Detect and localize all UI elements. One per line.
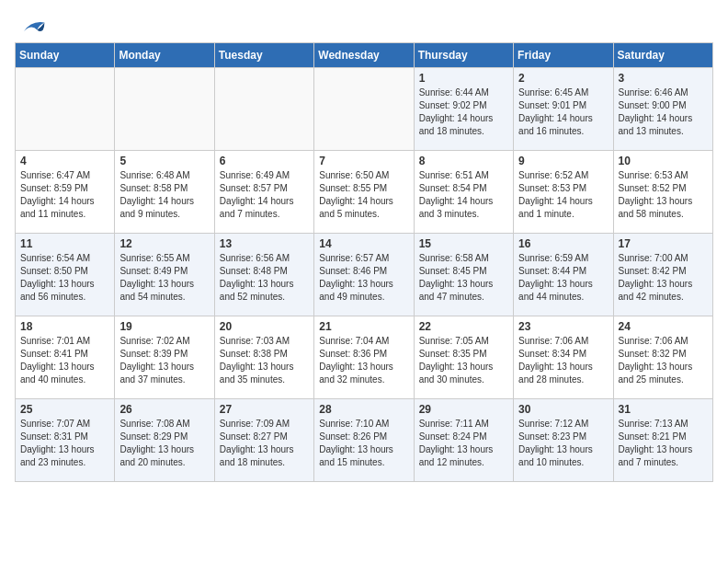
calendar-week-row: 4Sunrise: 6:47 AM Sunset: 8:59 PM Daylig… bbox=[16, 151, 713, 234]
cell-content: Sunrise: 6:47 AM Sunset: 8:59 PM Dayligh… bbox=[20, 169, 109, 221]
cell-content: Sunrise: 7:07 AM Sunset: 8:31 PM Dayligh… bbox=[20, 418, 109, 469]
cell-content: Sunrise: 7:08 AM Sunset: 8:29 PM Dayligh… bbox=[119, 418, 209, 469]
cell-content: Sunrise: 6:56 AM Sunset: 8:48 PM Dayligh… bbox=[220, 252, 309, 304]
day-number: 10 bbox=[619, 155, 708, 167]
day-number: 2 bbox=[518, 72, 608, 85]
day-number: 3 bbox=[619, 72, 708, 85]
day-number: 16 bbox=[518, 237, 608, 250]
cell-content: Sunrise: 6:50 AM Sunset: 8:55 PM Dayligh… bbox=[319, 169, 408, 221]
day-number: 28 bbox=[319, 403, 408, 416]
day-number: 24 bbox=[619, 320, 708, 333]
day-number: 31 bbox=[619, 403, 708, 416]
calendar-cell bbox=[16, 68, 115, 151]
calendar-week-row: 11Sunrise: 6:54 AM Sunset: 8:50 PM Dayli… bbox=[16, 234, 713, 316]
day-number: 1 bbox=[419, 72, 508, 85]
cell-content: Sunrise: 7:13 AM Sunset: 8:21 PM Dayligh… bbox=[619, 418, 708, 469]
cell-content: Sunrise: 7:02 AM Sunset: 8:39 PM Dayligh… bbox=[119, 335, 209, 386]
cell-content: Sunrise: 6:54 AM Sunset: 8:50 PM Dayligh… bbox=[20, 252, 109, 304]
cell-content: Sunrise: 6:53 AM Sunset: 8:52 PM Dayligh… bbox=[619, 169, 708, 221]
cell-content: Sunrise: 7:09 AM Sunset: 8:27 PM Dayligh… bbox=[220, 418, 309, 469]
calendar-cell: 9Sunrise: 6:52 AM Sunset: 8:53 PM Daylig… bbox=[514, 151, 613, 234]
cell-content: Sunrise: 6:51 AM Sunset: 8:54 PM Dayligh… bbox=[419, 169, 508, 221]
logo-bird-icon bbox=[17, 15, 46, 40]
calendar-cell: 19Sunrise: 7:02 AM Sunset: 8:39 PM Dayli… bbox=[115, 316, 214, 399]
day-header-thursday: Thursday bbox=[414, 43, 513, 68]
calendar-week-row: 1Sunrise: 6:44 AM Sunset: 9:02 PM Daylig… bbox=[16, 68, 713, 151]
cell-content: Sunrise: 6:44 AM Sunset: 9:02 PM Dayligh… bbox=[419, 86, 508, 138]
calendar-table: SundayMondayTuesdayWednesdayThursdayFrid… bbox=[15, 42, 713, 482]
day-number: 9 bbox=[518, 155, 608, 167]
day-number: 19 bbox=[119, 320, 209, 333]
calendar-cell bbox=[214, 68, 313, 151]
calendar-cell: 20Sunrise: 7:03 AM Sunset: 8:38 PM Dayli… bbox=[214, 316, 313, 399]
day-number: 22 bbox=[419, 320, 508, 333]
calendar-cell: 8Sunrise: 6:51 AM Sunset: 8:54 PM Daylig… bbox=[414, 151, 513, 234]
day-header-sunday: Sunday bbox=[16, 43, 115, 68]
calendar-cell: 10Sunrise: 6:53 AM Sunset: 8:52 PM Dayli… bbox=[613, 151, 712, 234]
cell-content: Sunrise: 6:58 AM Sunset: 8:45 PM Dayligh… bbox=[419, 252, 508, 304]
calendar-cell: 6Sunrise: 6:49 AM Sunset: 8:57 PM Daylig… bbox=[214, 151, 313, 234]
calendar-cell: 15Sunrise: 6:58 AM Sunset: 8:45 PM Dayli… bbox=[414, 234, 513, 316]
day-number: 25 bbox=[20, 403, 109, 416]
calendar-cell: 26Sunrise: 7:08 AM Sunset: 8:29 PM Dayli… bbox=[115, 399, 214, 482]
calendar-cell bbox=[314, 68, 414, 151]
calendar-cell: 18Sunrise: 7:01 AM Sunset: 8:41 PM Dayli… bbox=[16, 316, 115, 399]
cell-content: Sunrise: 6:52 AM Sunset: 8:53 PM Dayligh… bbox=[518, 169, 608, 221]
calendar-cell: 23Sunrise: 7:06 AM Sunset: 8:34 PM Dayli… bbox=[514, 316, 613, 399]
cell-content: Sunrise: 7:06 AM Sunset: 8:32 PM Dayligh… bbox=[619, 335, 708, 386]
day-number: 26 bbox=[119, 403, 209, 416]
cell-content: Sunrise: 6:57 AM Sunset: 8:46 PM Dayligh… bbox=[319, 252, 408, 304]
day-number: 17 bbox=[619, 237, 708, 250]
calendar-week-row: 18Sunrise: 7:01 AM Sunset: 8:41 PM Dayli… bbox=[16, 316, 713, 399]
day-number: 4 bbox=[20, 155, 109, 167]
day-header-tuesday: Tuesday bbox=[214, 43, 313, 68]
day-number: 12 bbox=[119, 237, 209, 250]
day-number: 11 bbox=[20, 237, 109, 250]
day-number: 15 bbox=[419, 237, 508, 250]
cell-content: Sunrise: 7:11 AM Sunset: 8:24 PM Dayligh… bbox=[419, 418, 508, 469]
cell-content: Sunrise: 7:04 AM Sunset: 8:36 PM Dayligh… bbox=[319, 335, 408, 386]
calendar-cell: 30Sunrise: 7:12 AM Sunset: 8:23 PM Dayli… bbox=[514, 399, 613, 482]
day-number: 14 bbox=[319, 237, 408, 250]
day-number: 8 bbox=[419, 155, 508, 167]
page-header bbox=[15, 15, 713, 35]
cell-content: Sunrise: 7:00 AM Sunset: 8:42 PM Dayligh… bbox=[619, 252, 708, 304]
day-number: 21 bbox=[319, 320, 408, 333]
cell-content: Sunrise: 6:59 AM Sunset: 8:44 PM Dayligh… bbox=[518, 252, 608, 304]
cell-content: Sunrise: 7:05 AM Sunset: 8:35 PM Dayligh… bbox=[419, 335, 508, 386]
calendar-week-row: 25Sunrise: 7:07 AM Sunset: 8:31 PM Dayli… bbox=[16, 399, 713, 482]
cell-content: Sunrise: 6:46 AM Sunset: 9:00 PM Dayligh… bbox=[619, 86, 708, 138]
calendar-cell bbox=[115, 68, 214, 151]
calendar-cell: 31Sunrise: 7:13 AM Sunset: 8:21 PM Dayli… bbox=[613, 399, 712, 482]
day-number: 30 bbox=[518, 403, 608, 416]
day-number: 13 bbox=[220, 237, 309, 250]
calendar-cell: 17Sunrise: 7:00 AM Sunset: 8:42 PM Dayli… bbox=[613, 234, 712, 316]
cell-content: Sunrise: 6:45 AM Sunset: 9:01 PM Dayligh… bbox=[518, 86, 608, 138]
cell-content: Sunrise: 6:48 AM Sunset: 8:58 PM Dayligh… bbox=[119, 169, 209, 221]
calendar-cell: 3Sunrise: 6:46 AM Sunset: 9:00 PM Daylig… bbox=[613, 68, 712, 151]
logo bbox=[15, 15, 46, 35]
calendar-cell: 25Sunrise: 7:07 AM Sunset: 8:31 PM Dayli… bbox=[16, 399, 115, 482]
day-number: 20 bbox=[220, 320, 309, 333]
cell-content: Sunrise: 6:49 AM Sunset: 8:57 PM Dayligh… bbox=[220, 169, 309, 221]
day-number: 5 bbox=[119, 155, 209, 167]
day-number: 6 bbox=[220, 155, 309, 167]
calendar-cell: 16Sunrise: 6:59 AM Sunset: 8:44 PM Dayli… bbox=[514, 234, 613, 316]
calendar-cell: 2Sunrise: 6:45 AM Sunset: 9:01 PM Daylig… bbox=[514, 68, 613, 151]
day-number: 29 bbox=[419, 403, 508, 416]
calendar-cell: 7Sunrise: 6:50 AM Sunset: 8:55 PM Daylig… bbox=[314, 151, 414, 234]
calendar-cell: 27Sunrise: 7:09 AM Sunset: 8:27 PM Dayli… bbox=[214, 399, 313, 482]
day-number: 23 bbox=[518, 320, 608, 333]
day-header-wednesday: Wednesday bbox=[314, 43, 414, 68]
cell-content: Sunrise: 7:10 AM Sunset: 8:26 PM Dayligh… bbox=[319, 418, 408, 469]
cell-content: Sunrise: 6:55 AM Sunset: 8:49 PM Dayligh… bbox=[119, 252, 209, 304]
calendar-cell: 5Sunrise: 6:48 AM Sunset: 8:58 PM Daylig… bbox=[115, 151, 214, 234]
calendar-cell: 24Sunrise: 7:06 AM Sunset: 8:32 PM Dayli… bbox=[613, 316, 712, 399]
calendar-cell: 14Sunrise: 6:57 AM Sunset: 8:46 PM Dayli… bbox=[314, 234, 414, 316]
day-number: 18 bbox=[20, 320, 109, 333]
cell-content: Sunrise: 7:12 AM Sunset: 8:23 PM Dayligh… bbox=[518, 418, 608, 469]
cell-content: Sunrise: 7:06 AM Sunset: 8:34 PM Dayligh… bbox=[518, 335, 608, 386]
day-header-friday: Friday bbox=[514, 43, 613, 68]
calendar-cell: 28Sunrise: 7:10 AM Sunset: 8:26 PM Dayli… bbox=[314, 399, 414, 482]
calendar-cell: 11Sunrise: 6:54 AM Sunset: 8:50 PM Dayli… bbox=[16, 234, 115, 316]
